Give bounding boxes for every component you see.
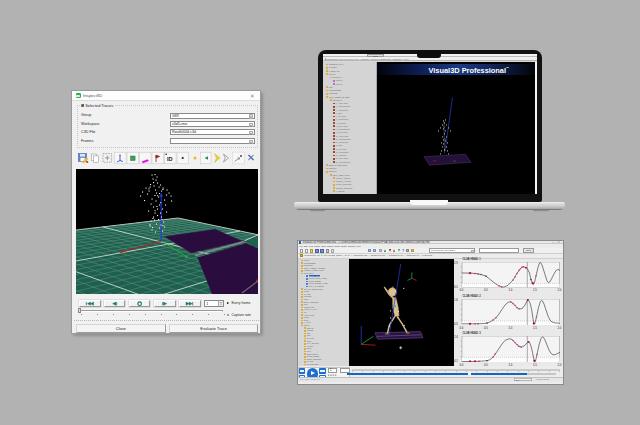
svg-text:ID: ID bbox=[167, 156, 173, 162]
